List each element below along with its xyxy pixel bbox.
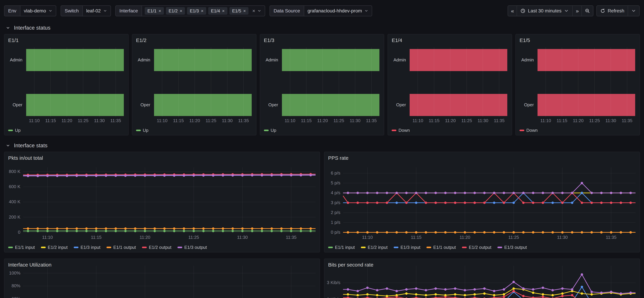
legend-item[interactable]: E1/3 input (394, 245, 420, 250)
legend-item[interactable]: Down (520, 128, 538, 133)
chip-remove-icon[interactable]: × (222, 9, 225, 13)
chevron-down-icon (631, 8, 636, 14)
panel-pkts-total: Pkts in/out total 0200 K400 K600 K800 K1… (4, 152, 320, 252)
status-panel-E1-5: E1/5AdminOper11:1011:1511:2011:2511:3011… (516, 34, 640, 135)
legend-item[interactable]: E1/1 input (328, 245, 355, 250)
datasource-select[interactable]: grafanacloud-hhdev-prom (304, 6, 372, 16)
panel-title[interactable]: PPS rate (328, 155, 348, 161)
panel-title[interactable]: E1/2 (136, 37, 146, 43)
legend-color-dash (361, 247, 366, 248)
chip-remove-icon[interactable]: × (158, 9, 161, 13)
chip-remove-icon[interactable]: × (243, 9, 246, 13)
legend-item[interactable]: E1/2 output (142, 245, 171, 250)
legend-label: Up (143, 128, 148, 133)
time-shift-forward-button[interactable]: » (573, 6, 582, 16)
panel-title[interactable]: E1/4 (392, 37, 402, 43)
legend-item[interactable]: E1/1 output (426, 245, 456, 250)
panel-title[interactable]: E1/3 (264, 37, 274, 43)
interface-select[interactable] (256, 6, 265, 16)
legend-color-dash (394, 247, 398, 248)
x-tick-label: 11:10 (36, 235, 60, 240)
panel-title[interactable]: Bits per second rate (328, 262, 374, 268)
interface-chip[interactable]: E1/5× (230, 7, 249, 15)
chevron-down-icon (257, 9, 261, 13)
legend-label: E1/3 output (504, 245, 527, 250)
y-tick-label: 3 p/s (324, 200, 340, 205)
y-tick-label: 2 Kib/s (324, 297, 340, 298)
status-gridlines (388, 34, 512, 135)
legend-item[interactable]: Up (136, 128, 148, 133)
interface-chip[interactable]: E1/3× (187, 7, 206, 15)
chip-remove-icon[interactable]: × (201, 9, 204, 13)
section-interface-stats[interactable]: Interface stats (0, 139, 644, 152)
chevron-down-icon (48, 9, 52, 13)
interface-clear-all-icon[interactable]: × (251, 6, 256, 16)
legend-item[interactable]: E1/1 input (8, 245, 35, 250)
chevron-down-icon (6, 143, 10, 148)
interface-chip-list: E1/1×E1/2×E1/3×E1/4×E1/5× (142, 6, 251, 16)
legend-item[interactable]: E1/3 input (74, 245, 100, 250)
x-tick-label: 11:30 (550, 235, 574, 240)
legend-item[interactable]: Down (392, 128, 410, 133)
y-tick-label: 5 p/s (324, 180, 340, 186)
status-timeline: AdminOper11:1011:1511:2011:2511:3011:35D… (388, 34, 512, 135)
legend-item[interactable]: Up (8, 128, 20, 133)
legend-item[interactable]: E1/2 output (462, 245, 491, 250)
y-tick-label: 0 (4, 230, 20, 235)
panel-interface-utilization: Interface Utilization 100%80%60% (4, 258, 320, 298)
interface-chip[interactable]: E1/1× (145, 7, 164, 15)
series-line-E1-3-output (343, 183, 636, 193)
legend-item[interactable]: E1/2 input (41, 245, 68, 250)
legend: Up (8, 128, 20, 133)
double-chevron-left-icon: « (511, 8, 514, 14)
section-interface-status[interactable]: Interface status (0, 22, 644, 34)
legend: E1/1 inputE1/2 inputE1/3 inputE1/1 outpu… (328, 245, 527, 250)
interface-chip[interactable]: E1/4× (208, 7, 228, 15)
legend-item[interactable]: Up (264, 128, 276, 133)
legend-item[interactable]: E1/3 output (178, 245, 207, 250)
panel-title[interactable]: Pkts in/out total (8, 155, 43, 161)
chip-label: E1/2 (169, 8, 178, 14)
legend: Up (264, 128, 276, 133)
status-timeline: AdminOper11:1011:1511:2011:2511:3011:35D… (516, 34, 640, 135)
legend-item[interactable]: E1/2 input (361, 245, 388, 250)
legend-color-dash (392, 130, 396, 131)
switch-select[interactable]: leaf-02 (83, 6, 110, 16)
dashboard-controls-bar: Env vlab-demo Switch leaf-02 Interface E… (0, 0, 644, 22)
status-panels-row: E1/1AdminOper11:1011:1511:2011:2511:3011… (4, 34, 640, 135)
chip-remove-icon[interactable]: × (180, 9, 182, 13)
panel-title[interactable]: E1/1 (8, 37, 19, 43)
legend-label: E1/3 output (184, 245, 207, 250)
legend-label: E1/1 output (433, 245, 456, 250)
x-tick-label: 11:35 (599, 235, 623, 240)
legend-color-dash (264, 130, 269, 131)
legend: Down (392, 128, 410, 133)
legend-label: E1/3 input (400, 245, 420, 250)
legend-color-dash (8, 130, 13, 131)
refresh-button-group: Refresh (596, 6, 640, 16)
refresh-button[interactable]: Refresh (597, 6, 628, 16)
chip-label: E1/5 (232, 8, 241, 14)
legend-label: Down (526, 128, 538, 133)
status-gridlines (260, 34, 384, 135)
time-shift-back-button[interactable]: « (508, 6, 517, 16)
legend-color-dash (142, 247, 147, 248)
legend-color-dash (136, 130, 141, 131)
env-select[interactable]: vlab-demo (20, 6, 56, 16)
legend-item[interactable]: E1/1 output (106, 245, 136, 250)
time-zoom-out-button[interactable] (582, 6, 593, 16)
time-range-label: Last 30 minutes (528, 8, 562, 14)
legend-label: E1/2 input (368, 245, 388, 250)
panel-title[interactable]: Interface Utilization (8, 262, 52, 268)
panel-title[interactable]: E1/5 (520, 37, 530, 43)
legend-color-dash (106, 247, 111, 248)
interface-chip[interactable]: E1/2× (166, 7, 185, 15)
refresh-interval-select[interactable] (628, 6, 639, 16)
legend-item[interactable]: E1/3 output (498, 245, 527, 250)
datasource-variable-control: Data Source grafanacloud-hhdev-prom (270, 6, 372, 16)
chip-label: E1/3 (190, 8, 199, 14)
legend: E1/1 inputE1/2 inputE1/3 inputE1/1 outpu… (8, 245, 207, 250)
clock-icon (520, 8, 526, 14)
time-range-picker[interactable]: Last 30 minutes (517, 6, 573, 16)
status-panel-E1-1: E1/1AdminOper11:1011:1511:2011:2511:3011… (4, 34, 128, 135)
